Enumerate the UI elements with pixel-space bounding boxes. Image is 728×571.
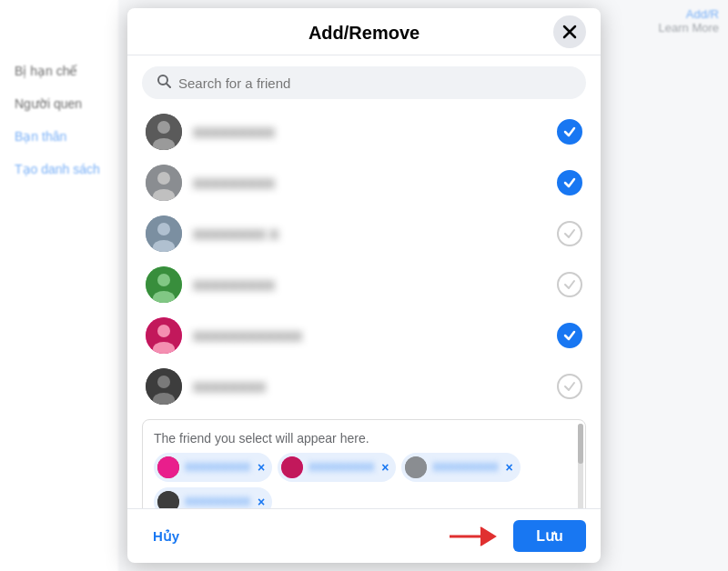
check-circle-checked (557, 119, 582, 145)
footer-right: Lưu (448, 520, 586, 552)
svg-point-20 (157, 456, 179, 478)
svg-point-15 (157, 325, 170, 337)
selected-tags-container: XXXXXXXXX × XXXXXXXXX × (154, 453, 574, 508)
modal-header: Add/Remove (127, 8, 601, 55)
friend-name: XXXXXXXXX (193, 175, 557, 191)
svg-point-9 (157, 223, 170, 235)
modal-body: XXXXXXXXX (127, 55, 601, 508)
svg-line-1 (167, 84, 170, 87)
friend-item[interactable]: XXXXXXXXXXXX (142, 310, 586, 361)
avatar (146, 266, 182, 303)
friend-name: XXXXXXXX (193, 379, 557, 395)
cancel-button[interactable]: Hủy (142, 521, 190, 552)
selected-tag[interactable]: XXXXXXXXX × (154, 487, 272, 508)
selected-tag[interactable]: XXXXXXXXX × (154, 453, 272, 482)
tag-avatar (157, 456, 179, 478)
tag-avatar (405, 456, 427, 478)
close-button[interactable] (553, 15, 586, 48)
selected-tag[interactable]: XXXXXXXXX × (401, 453, 520, 482)
scrollbar-thumb (578, 424, 583, 464)
svg-point-18 (157, 376, 170, 388)
search-input[interactable] (178, 75, 571, 91)
svg-point-3 (157, 121, 170, 134)
avatar (146, 215, 182, 252)
check-circle-checked (557, 170, 582, 195)
close-icon (562, 25, 577, 39)
svg-point-23 (157, 491, 179, 508)
tag-remove-button[interactable]: × (381, 460, 389, 475)
friend-item[interactable]: XXXXXXXXX (142, 259, 586, 310)
scrollbar[interactable] (578, 424, 583, 508)
friend-list: XXXXXXXXX (142, 106, 586, 412)
svg-point-21 (281, 456, 303, 478)
modal-footer: Hủy Lưu (127, 508, 601, 563)
friend-item[interactable]: XXXXXXXXX (142, 157, 586, 208)
tag-remove-button[interactable]: × (258, 495, 265, 508)
friend-item[interactable]: XXXXXXXX X (142, 208, 586, 259)
selected-tag[interactable]: XXXXXXXXX × (278, 453, 396, 482)
arrow-icon (448, 524, 502, 549)
svg-point-6 (157, 172, 170, 185)
check-circle-unchecked (557, 374, 582, 399)
selected-hint-text: The friend you select will appear here. (154, 431, 574, 446)
tag-name: XXXXXXXXX (185, 461, 250, 474)
tag-avatar (281, 456, 303, 478)
friend-name: XXXXXXXXX (193, 125, 557, 140)
avatar (146, 317, 182, 354)
friend-name: XXXXXXXX X (193, 226, 557, 242)
check-circle-unchecked (557, 221, 582, 246)
check-circle-unchecked (557, 272, 582, 297)
modal-backdrop: Add/Remove (0, 0, 728, 571)
tag-avatar (157, 491, 179, 508)
tag-name: XXXXXXXXX (308, 461, 374, 474)
friend-name: XXXXXXXXXXXX (193, 328, 557, 344)
check-circle-checked (557, 323, 582, 348)
friend-item[interactable]: XXXXXXXXX (142, 106, 586, 157)
save-button[interactable]: Lưu (513, 520, 586, 552)
tag-remove-button[interactable]: × (506, 460, 513, 475)
tag-name: XXXXXXXXX (185, 496, 250, 508)
avatar (146, 368, 182, 405)
tag-name: XXXXXXXXX (432, 461, 498, 474)
svg-point-12 (157, 274, 170, 286)
search-bar[interactable] (142, 66, 586, 99)
avatar (146, 114, 182, 150)
friend-item[interactable]: XXXXXXXX (142, 361, 586, 412)
friend-name: XXXXXXXXX (193, 277, 557, 293)
add-remove-modal: Add/Remove (127, 8, 601, 563)
selected-friends-area: The friend you select will appear here. … (142, 419, 586, 508)
search-icon (157, 74, 171, 92)
modal-title: Add/Remove (308, 23, 420, 44)
avatar (146, 165, 182, 201)
tag-remove-button[interactable]: × (258, 460, 265, 475)
svg-point-22 (405, 456, 427, 478)
